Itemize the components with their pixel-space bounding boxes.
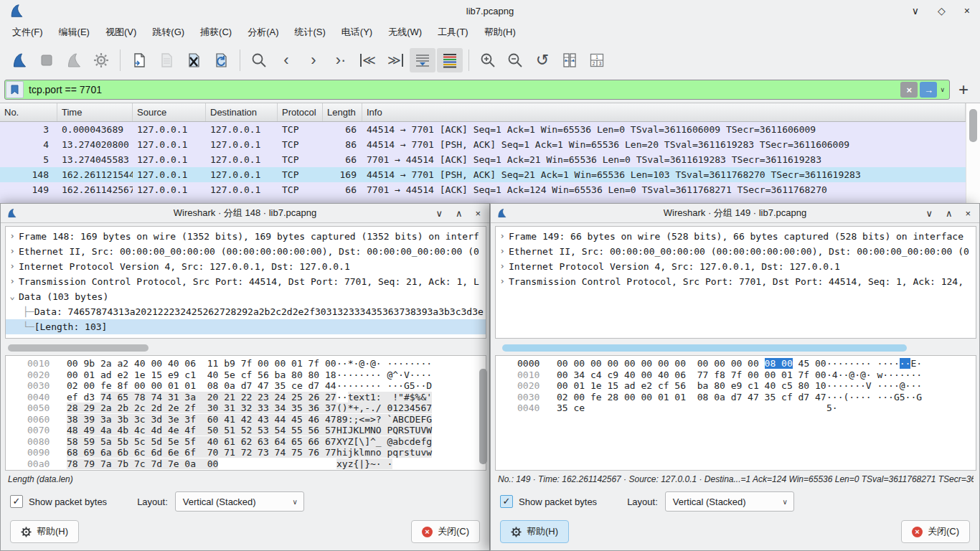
layout-123-button[interactable]: 123 <box>584 48 610 72</box>
hex-row[interactable]: 004035 ce5· <box>496 402 976 414</box>
expander-icon[interactable]: › <box>6 259 19 274</box>
maximize-icon[interactable]: ∧ <box>946 208 953 219</box>
column-header-source[interactable]: Source <box>133 103 206 121</box>
expander-icon[interactable]: › <box>6 244 19 259</box>
maximize-icon[interactable]: ◇ <box>938 5 946 17</box>
zoom-in-button[interactable] <box>475 48 501 72</box>
tree-row[interactable]: ⌄Data (103 bytes) <box>6 289 486 304</box>
close-button[interactable]: × 关闭(C) <box>901 520 970 543</box>
packet-row-148[interactable]: 148162.261121544127.0.0.1127.0.0.1TCP169… <box>0 167 966 182</box>
minimize-icon[interactable]: ∨ <box>925 208 933 219</box>
tree-row[interactable]: ›Transmission Control Protocol, Src Port… <box>6 274 486 289</box>
close-icon[interactable]: × <box>964 5 970 17</box>
packet-list-scrollbar[interactable] <box>966 103 980 203</box>
menu-go[interactable]: 跳转(G) <box>144 22 192 42</box>
hex-row[interactable]: 000000 00 00 00 00 00 00 00 00 00 00 00 … <box>496 358 976 369</box>
capture-start-button[interactable] <box>6 48 32 72</box>
scrollbar-thumb[interactable] <box>479 369 487 464</box>
resize-columns-button[interactable] <box>557 48 583 72</box>
packet-row-4[interactable]: 413.274020800127.0.0.1127.0.0.1TCP864451… <box>0 137 966 152</box>
tree-row[interactable]: └─[Length: 103] <box>6 319 486 334</box>
column-header-length[interactable]: Length <box>323 103 362 121</box>
reload-file-button[interactable] <box>208 48 234 72</box>
tree-row[interactable]: ›Transmission Control Protocol, Src Port… <box>496 274 976 289</box>
expander-icon[interactable]: › <box>6 274 19 289</box>
capture-stop-button[interactable] <box>34 48 60 72</box>
column-header-no[interactable]: No. <box>0 103 57 121</box>
close-icon[interactable]: × <box>475 208 481 219</box>
go-first-packet-button[interactable]: ≪ <box>355 48 381 72</box>
filter-bookmark-icon[interactable] <box>6 81 24 98</box>
capture-options-button[interactable] <box>88 48 114 72</box>
auto-scroll-toggle[interactable] <box>410 48 435 72</box>
minimize-icon[interactable]: ∨ <box>912 5 919 17</box>
menu-statistics[interactable]: 统计(S) <box>286 22 333 42</box>
packet-row-149[interactable]: 149162.261142567127.0.0.1127.0.0.1TCP667… <box>0 182 966 197</box>
zoom-out-button[interactable] <box>502 48 528 72</box>
go-back-button[interactable]: ‹ <box>273 48 299 72</box>
hex-row[interactable]: 005028 29 2a 2b 2c 2d 2e 2f 30 31 32 33 … <box>6 402 486 414</box>
help-button[interactable]: 帮助(H) <box>500 520 569 543</box>
filter-clear-button[interactable]: × <box>900 82 918 98</box>
display-filter-input[interactable]: tcp.port == 7701 <box>24 84 900 95</box>
filter-add-button[interactable]: + <box>958 81 969 98</box>
hex-row[interactable]: 006038 39 3a 3b 3c 3d 3e 3f 60 41 42 43 … <box>6 414 486 425</box>
hex-row[interactable]: 00a078 79 7a 7b 7c 7d 7e 0a 00xyz{|}~· · <box>6 458 486 470</box>
packet-row-5[interactable]: 513.274045583127.0.0.1127.0.0.1TCP667701… <box>0 152 966 167</box>
show-packet-bytes-checkbox[interactable]: ✓ <box>10 495 23 508</box>
menu-wireless[interactable]: 无线(W) <box>380 22 430 42</box>
hex-row[interactable]: 007048 49 4a 4b 4c 4d 4e 4f 50 51 52 53 … <box>6 425 486 436</box>
packet-row-3[interactable]: 30.000043689127.0.0.1127.0.0.1TCP6644514… <box>0 122 966 137</box>
open-file-button[interactable] <box>126 48 152 72</box>
find-packet-button[interactable] <box>246 48 272 72</box>
hex-row[interactable]: 002000 01 ad e2 1e 15 e9 c1 40 5e cf 56 … <box>6 369 486 381</box>
hex-row[interactable]: 008058 59 5a 5b 5c 5d 5e 5f 40 61 62 63 … <box>6 436 486 448</box>
hex-row[interactable]: 001000 34 c4 c9 40 00 40 06 77 f8 7f 00 … <box>496 369 976 381</box>
menu-edit[interactable]: 编辑(E) <box>51 22 98 42</box>
hex-row[interactable]: 003002 00 fe 8f 00 00 01 01 08 0a d7 47 … <box>6 380 486 392</box>
hex-vertical-scrollbar[interactable] <box>479 357 488 469</box>
zoom-reset-button[interactable]: ↺ <box>529 48 555 72</box>
show-packet-bytes-label[interactable]: Show packet bytes <box>519 496 597 507</box>
show-packet-bytes-checkbox[interactable]: ✓ <box>500 495 513 508</box>
layout-select[interactable]: Vertical (Stacked) ∨ <box>665 491 794 512</box>
hex-row[interactable]: 002000 01 1e 15 ad e2 cf 56 ba 80 e9 c1 … <box>496 380 976 392</box>
hex-row[interactable]: 003002 00 fe 28 00 00 01 01 08 0a d7 47 … <box>496 392 976 403</box>
expander-icon[interactable]: › <box>6 229 19 244</box>
expander-icon[interactable]: › <box>496 259 509 274</box>
menu-telephony[interactable]: 电话(Y) <box>334 22 380 42</box>
menu-help[interactable]: 帮助(H) <box>476 22 524 42</box>
close-file-button[interactable] <box>181 48 207 72</box>
colorize-toggle[interactable] <box>437 48 463 72</box>
tree-row[interactable]: ›Frame 148: 169 bytes on wire (1352 bits… <box>6 229 486 244</box>
save-file-button[interactable] <box>154 48 179 72</box>
hex-row[interactable]: 0040ef d3 74 65 78 74 31 3a 20 21 22 23 … <box>6 392 486 403</box>
horizontal-scrollbar[interactable] <box>495 343 976 353</box>
filter-dropdown-icon[interactable]: ∨ <box>940 86 945 93</box>
menu-analyze[interactable]: 分析(A) <box>240 22 286 42</box>
hex-row[interactable]: 009068 69 6a 6b 6c 6d 6e 6f 70 71 72 73 … <box>6 447 486 458</box>
tree-row[interactable]: ├─Data: 74657874313a20212223242526272829… <box>6 304 486 319</box>
scrollbar-thumb[interactable] <box>8 344 149 352</box>
hex-row[interactable]: 001000 9b 2a a2 40 00 40 06 11 b9 7f 00 … <box>6 358 486 369</box>
tree-row[interactable]: ›Ethernet II, Src: 00:00:00_00:00:00 (00… <box>6 244 486 259</box>
menu-view[interactable]: 视图(V) <box>98 22 144 42</box>
menu-tools[interactable]: 工具(T) <box>430 22 476 42</box>
tree-row[interactable]: ›Ethernet II, Src: 00:00:00_00:00:00 (00… <box>496 244 976 259</box>
column-header-protocol[interactable]: Protocol <box>278 103 323 121</box>
capture-restart-button[interactable] <box>61 48 87 72</box>
tree-row[interactable]: ›Frame 149: 66 bytes on wire (528 bits),… <box>496 229 976 244</box>
show-packet-bytes-label[interactable]: Show packet bytes <box>29 496 107 507</box>
horizontal-scrollbar[interactable] <box>5 343 486 353</box>
display-filter-field[interactable]: tcp.port == 7701 × → ∨ <box>4 80 950 100</box>
expander-icon[interactable]: › <box>496 244 509 259</box>
expander-icon[interactable]: › <box>496 229 509 244</box>
scrollbar-thumb[interactable] <box>969 109 977 142</box>
go-last-packet-button[interactable]: ≫ <box>382 48 408 72</box>
help-button[interactable]: 帮助(H) <box>10 520 79 543</box>
column-header-info[interactable]: Info <box>362 103 966 121</box>
column-header-destination[interactable]: Destination <box>206 103 278 121</box>
maximize-icon[interactable]: ∧ <box>456 208 463 219</box>
column-header-time[interactable]: Time <box>57 103 133 121</box>
tree-row[interactable]: ›Internet Protocol Version 4, Src: 127.0… <box>496 259 976 274</box>
